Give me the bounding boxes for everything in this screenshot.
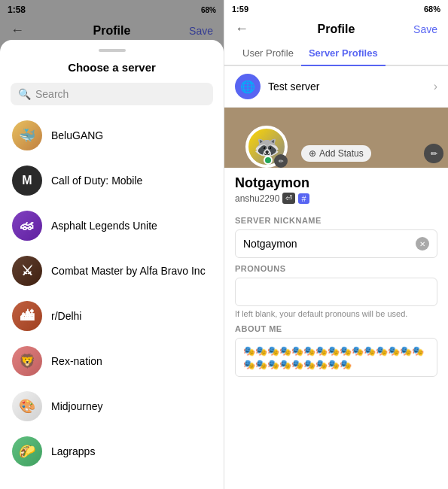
about-me-label: About Me	[235, 324, 437, 333]
test-server-row[interactable]: 🌐 Test server ›	[224, 66, 448, 108]
server-name-combat: Combat Master by Alfa Bravo Inc	[51, 265, 206, 277]
modal-sheet: Choose a server 🔍 Search 🐳 BeluGANG M Ca…	[0, 40, 224, 489]
pronouns-hint: If left blank, your default pronouns wil…	[235, 309, 437, 318]
server-avatar-cod: M	[12, 166, 42, 196]
server-avatar-lagrapps: 🌮	[12, 436, 42, 466]
server-avatar-midjourney: 🎨	[12, 391, 42, 421]
server-avatar-delhi: 🏙	[12, 301, 42, 331]
server-name-belugang: BeluGANG	[51, 129, 103, 141]
right-tab-server-profiles[interactable]: Server Profiles	[301, 41, 386, 66]
right-save-button[interactable]: Save	[413, 23, 437, 35]
right-tab-user-profile[interactable]: User Profile	[235, 41, 301, 66]
list-item[interactable]: 🏎 Asphalt Legends Unite	[0, 203, 224, 248]
left-panel: 1:58 68% ← Profile Save User Profile Ser…	[0, 0, 224, 489]
server-name-midjourney: Midjourney	[51, 400, 102, 412]
right-status-bar: 1:59 68%	[224, 0, 448, 17]
modal-handle	[99, 49, 126, 52]
plus-icon: ⊕	[309, 148, 316, 159]
list-item[interactable]: 🐳 BeluGANG	[0, 113, 224, 158]
list-item[interactable]: 🏙 r/Delhi	[0, 293, 224, 339]
online-status-dot	[264, 156, 273, 165]
chevron-right-icon: ›	[434, 80, 437, 93]
add-status-button[interactable]: ⊕ Add Status	[301, 145, 371, 162]
right-top-nav: ← Profile Save	[224, 17, 448, 41]
nickname-label: Server Nickname	[235, 216, 437, 225]
right-page-title: Profile	[318, 23, 355, 36]
server-name-asphalt: Asphalt Legends Unite	[51, 220, 157, 232]
profile-sub-row: anshu2290 ⏎ #	[235, 193, 437, 204]
profile-badge-history: ⏎	[282, 193, 295, 204]
about-me-input[interactable]: 🎭🎭🎭🎭🎭🎭🎭🎭🎭🎭🎭🎭🎭🎭🎭🎭🎭🎭🎭🎭🎭🎭🎭🎭	[235, 338, 437, 377]
right-back-button[interactable]: ←	[235, 21, 248, 37]
server-search-box[interactable]: 🔍 Search	[11, 83, 213, 105]
search-icon: 🔍	[18, 88, 31, 100]
server-avatar-asphalt: 🏎	[12, 211, 42, 241]
form-section: Server Nickname Notgaymon ✕ Pronouns If …	[224, 210, 448, 377]
server-avatar-belugang: 🐳	[12, 120, 42, 150]
list-item[interactable]: 🌮 Lagrapps	[0, 429, 224, 474]
list-item[interactable]: ⚔ Combat Master by Alfa Bravo Inc	[0, 248, 224, 293]
server-name-lagrapps: Lagrapps	[51, 445, 95, 457]
nickname-input[interactable]: Notgaymon ✕	[235, 229, 437, 258]
edit-avatar-button[interactable]: ✏	[274, 154, 288, 168]
about-me-content: 🎭🎭🎭🎭🎭🎭🎭🎭🎭🎭🎭🎭🎭🎭🎭🎭🎭🎭🎭🎭🎭🎭🎭🎭	[243, 345, 424, 370]
profile-avatar-area: 🦝 ✏	[245, 126, 288, 168]
right-tab-bar: User Profile Server Profiles	[224, 41, 448, 66]
add-status-label: Add Status	[319, 148, 364, 159]
nickname-value: Notgaymon	[243, 238, 297, 250]
profile-info: Notgaymon anshu2290 ⏎ #	[224, 172, 448, 210]
profile-username: anshu2290	[235, 193, 279, 204]
profile-display-name: Notgaymon	[235, 175, 437, 191]
right-time: 1:59	[232, 5, 248, 14]
test-server-avatar: 🌐	[235, 74, 261, 99]
server-name-delhi: r/Delhi	[51, 310, 81, 322]
modal-overlay: Choose a server 🔍 Search 🐳 BeluGANG M Ca…	[0, 0, 224, 489]
server-list: 🐳 BeluGANG M Call of Duty: Mobile 🏎 Asph…	[0, 113, 224, 474]
server-avatar-rex: 🦁	[12, 346, 42, 376]
right-battery: 68%	[424, 5, 440, 14]
pronouns-label: Pronouns	[235, 264, 437, 273]
server-avatar-combat: ⚔	[12, 256, 42, 286]
right-panel: 1:59 68% ← Profile Save User Profile Ser…	[224, 0, 448, 489]
list-item[interactable]: M Call of Duty: Mobile	[0, 158, 224, 203]
list-item[interactable]: 🎨 Midjourney	[0, 384, 224, 429]
modal-title: Choose a server	[0, 61, 224, 74]
server-name-cod: Call of Duty: Mobile	[51, 175, 142, 187]
nickname-clear-button[interactable]: ✕	[416, 237, 429, 251]
server-name-rex: Rex-nation	[51, 355, 102, 367]
pronouns-input[interactable]	[235, 278, 437, 306]
list-item[interactable]: 🦁 Rex-nation	[0, 339, 224, 384]
profile-badge-nitro: #	[298, 193, 309, 204]
test-server-name: Test server	[268, 80, 319, 93]
search-input[interactable]: Search	[35, 88, 69, 100]
